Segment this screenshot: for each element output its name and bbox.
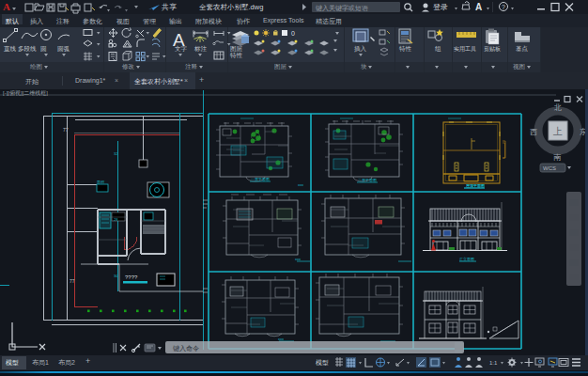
svg-text:A: A <box>475 2 482 12</box>
svg-text:二层平面图: 二层平面图 <box>358 178 377 182</box>
svg-text:一层平面图: 一层平面图 <box>251 177 270 181</box>
svg-text:屋顶平面图: 屋顶平面图 <box>466 183 485 188</box>
svg-text:32: 32 <box>114 151 118 156</box>
svg-text:????: ???? <box>125 274 138 280</box>
svg-text:0: 0 <box>291 30 295 37</box>
svg-text:上: 上 <box>552 126 563 136</box>
svg-text:1:1: 1:1 <box>489 360 498 366</box>
svg-text:北: 北 <box>553 103 562 112</box>
svg-text:77: 77 <box>70 278 75 284</box>
svg-text:28: 28 <box>114 217 118 222</box>
svg-text:正立面图: 正立面图 <box>459 257 474 261</box>
svg-text:xxx: xxx <box>298 182 303 187</box>
svg-text:西: 西 <box>530 128 537 136</box>
svg-text:77: 77 <box>63 127 69 133</box>
svg-text:南: 南 <box>553 153 562 162</box>
svg-text:30: 30 <box>114 274 118 278</box>
svg-text:xxx: xxx <box>295 257 301 261</box>
svg-text:A: A <box>3 1 10 12</box>
svg-text:WCS: WCS <box>543 165 556 171</box>
svg-text:?: ? <box>502 4 505 10</box>
svg-text:面积: 面积 <box>97 180 105 184</box>
